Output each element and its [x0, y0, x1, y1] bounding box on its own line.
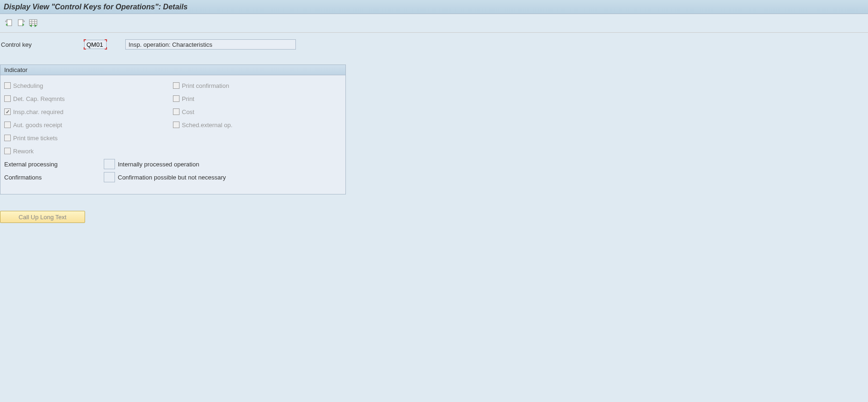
check-schedext[interactable]	[173, 122, 179, 128]
check-print-row: Print	[173, 92, 342, 105]
indicator-col-right: Print confirmation Print Cost Sched.exte…	[173, 79, 342, 158]
indicator-panel-body: Scheduling Det. Cap. Reqmnts Insp.char. …	[0, 75, 345, 194]
check-scheduling-label: Scheduling	[13, 82, 43, 89]
check-autgoods-row: Aut. goods receipt	[4, 118, 173, 131]
check-rework-label: Rework	[13, 148, 34, 155]
page-title: Display View "Control Keys for Operation…	[4, 3, 187, 11]
check-scheduling-row: Scheduling	[4, 79, 173, 92]
doc-back-icon[interactable]	[5, 19, 13, 28]
control-key-label: Control key	[0, 41, 84, 48]
check-detcap-row: Det. Cap. Reqmnts	[4, 92, 173, 105]
check-detcap[interactable]	[4, 95, 11, 102]
confirmations-input[interactable]	[104, 172, 115, 182]
external-processing-row: External processing Internally processed…	[4, 158, 342, 171]
indicator-grid: Scheduling Det. Cap. Reqmnts Insp.char. …	[4, 79, 342, 158]
table-settings-icon[interactable]	[29, 19, 37, 28]
toolbar	[0, 14, 868, 33]
control-key-field-wrapper	[84, 40, 107, 49]
external-processing-input[interactable]	[104, 159, 115, 169]
indicator-col-left: Scheduling Det. Cap. Reqmnts Insp.char. …	[4, 79, 173, 158]
control-key-description[interactable]	[125, 39, 296, 50]
indicator-panel-header: Indicator	[0, 65, 345, 75]
confirmations-label: Confirmations	[4, 174, 104, 181]
confirmations-text: Confirmation possible but not necessary	[118, 174, 226, 181]
check-inspchar-row: Insp.char. required	[4, 105, 173, 118]
check-scheduling[interactable]	[4, 82, 11, 89]
check-rework[interactable]	[4, 148, 11, 154]
svg-rect-1	[18, 20, 23, 26]
call-up-long-text-button[interactable]: Call Up Long Text	[0, 211, 85, 223]
doc-forward-icon[interactable]	[17, 19, 25, 28]
check-inspchar[interactable]	[4, 108, 11, 115]
control-key-input[interactable]	[84, 40, 107, 49]
check-cost[interactable]	[173, 108, 179, 115]
control-key-row: Control key	[0, 37, 868, 50]
check-printtime-row: Print time tickets	[4, 131, 173, 144]
check-print[interactable]	[173, 95, 179, 102]
check-print-label: Print	[182, 95, 194, 102]
button-row: Call Up Long Text	[0, 211, 868, 223]
check-inspchar-label: Insp.char. required	[13, 108, 64, 115]
check-schedext-label: Sched.external op.	[182, 122, 232, 129]
check-printconf-row: Print confirmation	[173, 79, 342, 92]
svg-rect-2	[29, 20, 37, 25]
title-bar: Display View "Control Keys for Operation…	[0, 0, 868, 14]
check-cost-label: Cost	[182, 108, 194, 115]
check-printtime[interactable]	[4, 135, 11, 141]
check-schedext-row: Sched.external op.	[173, 118, 342, 131]
check-printtime-label: Print time tickets	[13, 135, 57, 142]
check-cost-row: Cost	[173, 105, 342, 118]
confirmations-row: Confirmations Confirmation possible but …	[4, 171, 342, 184]
external-processing-label: External processing	[4, 161, 104, 168]
check-printconf-label: Print confirmation	[182, 82, 229, 89]
check-detcap-label: Det. Cap. Reqmnts	[13, 95, 65, 102]
content-area: Control key Indicator Scheduling Det. Ca…	[0, 33, 868, 223]
indicator-panel: Indicator Scheduling Det. Cap. Reqmnts I…	[0, 65, 346, 194]
svg-rect-0	[7, 20, 12, 26]
external-processing-text: Internally processed operation	[118, 161, 199, 168]
check-autgoods-label: Aut. goods receipt	[13, 122, 62, 129]
check-rework-row: Rework	[4, 144, 173, 158]
check-autgoods[interactable]	[4, 122, 11, 128]
check-printconf[interactable]	[173, 82, 179, 89]
